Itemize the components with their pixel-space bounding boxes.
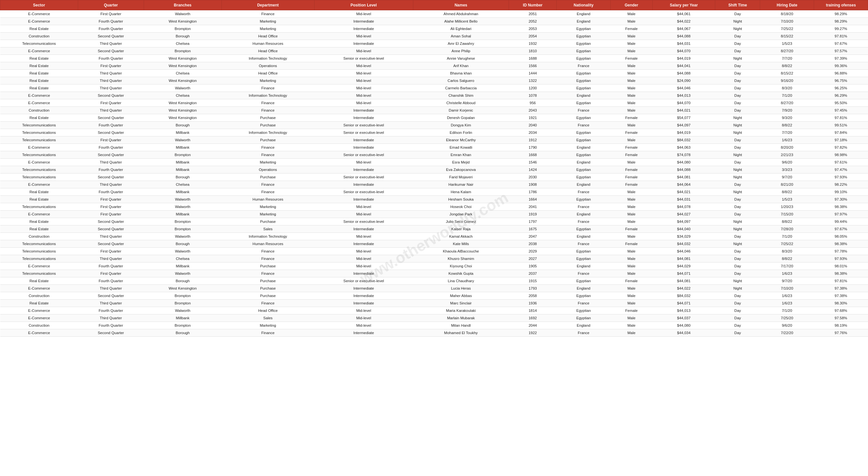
cell-branches: Brompton xyxy=(144,47,221,55)
table-row: ConstructionThird QuarterWest Kensington… xyxy=(0,107,868,114)
col-header-sector: Sector xyxy=(0,0,78,10)
cell-quarter: Third Quarter xyxy=(78,70,144,77)
cell-position_level: Intermediate xyxy=(314,136,413,144)
cell-branches: West Kensington xyxy=(144,107,221,114)
cell-nationality: England xyxy=(557,211,611,218)
cell-nationality: Egyptian xyxy=(557,99,611,107)
cell-names: Khaoula AlBaccouche xyxy=(413,248,508,255)
cell-sector: Construction xyxy=(0,33,78,40)
cell-branches: Millbank xyxy=(144,159,221,166)
cell-hiring_date: 1/5/23 xyxy=(760,196,814,203)
cell-salary: $44,088 xyxy=(652,33,715,40)
cell-hiring_date: 1/6/23 xyxy=(760,300,814,307)
cell-id_number: 2041 xyxy=(509,203,557,211)
cell-shift_time: Night xyxy=(715,285,760,292)
cell-salary: $44,031 xyxy=(652,196,715,203)
cell-id_number: 1688 xyxy=(509,55,557,62)
cell-gender: Female xyxy=(611,307,653,314)
cell-nationality: Egyptian xyxy=(557,173,611,181)
cell-quarter: Fourth Quarter xyxy=(78,277,144,285)
cell-training: 97.84% xyxy=(814,129,868,136)
table-row: Real EstateFourth QuarterWest Kensington… xyxy=(0,55,868,62)
cell-salary: $44,013 xyxy=(652,92,715,99)
cell-hiring_date: 1/5/23 xyxy=(760,40,814,47)
cell-quarter: Fourth Quarter xyxy=(78,166,144,173)
cell-id_number: 1932 xyxy=(509,40,557,47)
cell-quarter: Second Quarter xyxy=(78,47,144,55)
cell-training: 96.75% xyxy=(814,77,868,84)
cell-training: 97.93% xyxy=(814,173,868,181)
cell-quarter: Second Quarter xyxy=(78,114,144,122)
cell-hiring_date: 8/15/22 xyxy=(760,33,814,40)
cell-gender: Female xyxy=(611,226,653,233)
cell-position_level: Intermediate xyxy=(314,25,413,33)
cell-hiring_date: 8/3/20 xyxy=(760,84,814,92)
cell-id_number: 2053 xyxy=(509,25,557,33)
table-row: Real EstateSecond QuarterBromptonPurchas… xyxy=(0,218,868,226)
cell-training: 98.38% xyxy=(814,240,868,248)
cell-nationality: Egyptian xyxy=(557,55,611,62)
table-row: E-CommerceFirst QuarterWest KensingtonFi… xyxy=(0,99,868,107)
cell-department: Finance xyxy=(221,99,314,107)
cell-salary: $44,078 xyxy=(652,203,715,211)
cell-department: Purchase xyxy=(221,263,314,270)
cell-names: Ali Eghtedari xyxy=(413,25,508,33)
cell-hiring_date: 9/3/20 xyxy=(760,114,814,122)
table-row: E-CommerceSecond QuarterChelseaInformati… xyxy=(0,92,868,99)
cell-gender: Male xyxy=(611,314,653,322)
cell-position_level: Senior or executive-level xyxy=(314,122,413,129)
table-row: ConstructionFourth QuarterBromptonMarket… xyxy=(0,322,868,329)
cell-id_number: 1546 xyxy=(509,159,557,166)
cell-shift_time: Day xyxy=(715,263,760,270)
cell-id_number: 2051 xyxy=(509,10,557,18)
cell-names: Annie Varughese xyxy=(413,55,508,62)
cell-training: 97.81% xyxy=(814,114,868,122)
cell-position_level: Intermediate xyxy=(314,107,413,114)
cell-sector: E-Commerce xyxy=(0,307,78,314)
cell-salary: $44,046 xyxy=(652,84,715,92)
cell-names: Marlain Mubarak xyxy=(413,314,508,322)
cell-branches: Chelsea xyxy=(144,40,221,47)
table-row: TelecommunicationsFirst QuarterWalworthF… xyxy=(0,270,868,277)
cell-salary: $44,097 xyxy=(652,122,715,129)
cell-sector: E-Commerce xyxy=(0,10,78,18)
cell-salary: $44,022 xyxy=(652,285,715,292)
cell-department: Finance xyxy=(221,255,314,263)
cell-gender: Female xyxy=(611,166,653,173)
cell-names: Eleanor McCarthy xyxy=(413,136,508,144)
cell-training: 97.30% xyxy=(814,196,868,203)
cell-id_number: 1936 xyxy=(509,300,557,307)
cell-quarter: Fourth Quarter xyxy=(78,307,144,314)
cell-sector: Construction xyxy=(0,292,78,300)
cell-sector: Telecommunications xyxy=(0,255,78,263)
cell-department: Purchase xyxy=(221,114,314,122)
cell-position_level: Mid-level xyxy=(314,77,413,84)
table-row: Real EstateSecond QuarterWest Kensington… xyxy=(0,114,868,122)
cell-quarter: Fourth Quarter xyxy=(78,18,144,25)
cell-sector: Real Estate xyxy=(0,70,78,77)
cell-position_level: Intermediate xyxy=(314,292,413,300)
table-row: TelecommunicationsSecond QuarterMillbank… xyxy=(0,129,868,136)
cell-quarter: Third Quarter xyxy=(78,181,144,188)
cell-position_level: Intermediate xyxy=(314,18,413,25)
cell-gender: Male xyxy=(611,203,653,211)
cell-salary: $44,031 xyxy=(652,40,715,47)
table-row: TelecommunicationsThird QuarterChelseaFi… xyxy=(0,255,868,263)
cell-salary: $44,046 xyxy=(652,248,715,255)
cell-hiring_date: 7/9/20 xyxy=(760,107,814,114)
cell-quarter: Second Quarter xyxy=(78,151,144,159)
cell-id_number: 2054 xyxy=(509,33,557,40)
cell-position_level: Senior or executive-level xyxy=(314,277,413,285)
cell-nationality: France xyxy=(557,329,611,337)
table-row: Real EstateThird QuarterBromptonFinanceI… xyxy=(0,300,868,307)
cell-training: 99.10% xyxy=(814,188,868,196)
cell-position_level: Intermediate xyxy=(314,196,413,203)
cell-training: 97.81% xyxy=(814,277,868,285)
cell-training: 97.38% xyxy=(814,292,868,300)
cell-hiring_date: 7/10/20 xyxy=(760,18,814,25)
cell-salary: $84,032 xyxy=(652,292,715,300)
cell-branches: Borough xyxy=(144,240,221,248)
cell-department: Operations xyxy=(221,62,314,70)
cell-id_number: 2058 xyxy=(509,292,557,300)
cell-shift_time: Night xyxy=(715,188,760,196)
